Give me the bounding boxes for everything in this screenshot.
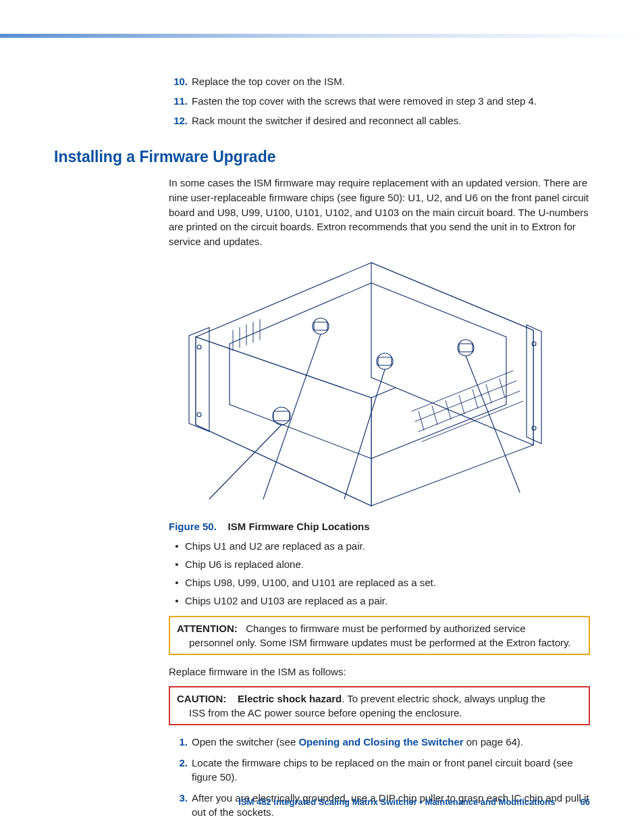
bullet-list: Chips U1 and U2 are replaced as a pair. … [54,540,590,606]
caution-bold: Electric shock hazard [238,693,342,704]
step-text: Open the switcher (see Opening and Closi… [192,735,523,749]
intro-paragraph: In some cases the ISM firmware may requi… [54,176,590,249]
attention-label: ATTENTION: [177,623,238,634]
list-item: 10.Replace the top cover on the ISM. [54,74,590,88]
bullet-text: Chip U6 is replaced alone. [185,558,304,570]
step-text: Replace the top cover on the ISM. [192,74,345,88]
bullet-text: Chips U1 and U2 are replaced as a pair. [185,540,365,552]
step-number: 10. [169,74,188,88]
attention-text-rest: personnel only. Some ISM firmware update… [177,635,582,650]
figure-diagram [54,256,590,513]
list-item: Chips U1 and U2 are replaced as a pair. [169,540,590,552]
attention-box: ATTENTION: Changes to firmware must be p… [169,616,590,655]
page-footer: ISM 482 Integrated Scaling Matrix Switch… [0,797,644,807]
list-item: 2.Locate the firmware chips to be replac… [169,756,590,784]
step-number: 12. [169,113,188,128]
step-text: Locate the firmware chips to be replaced… [192,756,590,784]
bullet-text: Chips U102 and U103 are replaced as a pa… [185,595,387,606]
text-post: on page 64). [464,736,523,748]
figure-caption-text: ISM Firmware Chip Locations [228,521,370,532]
list-item: 11.Fasten the top cover with the screws … [54,94,590,108]
header-rule [0,34,644,38]
page: 10.Replace the top cover on the ISM. 11.… [0,0,644,834]
list-item: 12.Rack mount the switcher if desired an… [54,113,590,128]
step-number: 2. [169,756,188,784]
ordered-list-top: 10.Replace the top cover on the ISM. 11.… [54,74,590,128]
list-item: Chip U6 is replaced alone. [169,558,590,570]
caution-label: CAUTION: [177,693,226,704]
replace-lead: Replace firmware in the ISM as follows: [54,664,590,679]
step-text: Rack mount the switcher if desired and r… [192,113,461,128]
step-number: 11. [169,94,188,108]
page-number: 66 [570,797,590,807]
bullet-text: Chips U98, U99, U100, and U101 are repla… [185,577,436,588]
section-heading: Installing a Firmware Upgrade [54,148,590,166]
list-item: Chips U102 and U103 are replaced as a pa… [169,595,590,606]
figure-label: Figure 50. [169,521,217,532]
step-text: Fasten the top cover with the screws tha… [192,94,537,108]
cross-ref-link[interactable]: Opening and Closing the Switcher [298,736,463,748]
device-illustration [169,256,547,513]
list-item: 1. Open the switcher (see Opening and Cl… [169,735,590,749]
caution-text-rest: ISS from the AC power source before open… [177,706,582,720]
content-area: 10.Replace the top cover on the ISM. 11.… [54,74,590,826]
step-number: 1. [169,735,188,749]
caution-text-start: . To prevent electric shock, always unpl… [342,693,545,704]
figure-caption: Figure 50. ISM Firmware Chip Locations [54,521,590,532]
list-item: Chips U98, U99, U100, and U101 are repla… [169,577,590,588]
attention-text-start: Changes to firmware must be performed by… [246,623,525,634]
text-pre: Open the switcher (see [192,736,298,748]
footer-title: ISM 482 Integrated Scaling Matrix Switch… [238,797,555,807]
caution-box: CAUTION: Electric shock hazard. To preve… [169,686,590,725]
